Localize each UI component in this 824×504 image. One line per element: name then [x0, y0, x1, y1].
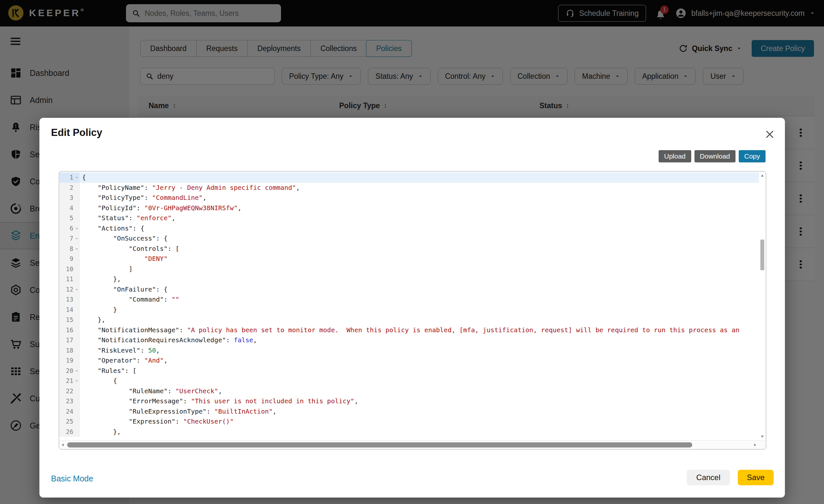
line-number: 13 — [60, 294, 80, 305]
code-line-10[interactable]: 10 ] — [60, 264, 759, 274]
line-number: 14 — [60, 305, 80, 315]
line-number: 8 — [60, 244, 80, 254]
code-lines[interactable]: 1{2 "PolicyName": "Jerry - Deny Admin sp… — [60, 172, 759, 440]
code-text: "Rules": [ — [80, 366, 137, 376]
code-line-13[interactable]: 13 "Command": "" — [60, 294, 759, 305]
code-text: "Controls": [ — [80, 244, 179, 254]
code-text: }, — [80, 315, 105, 325]
code-text: } — [80, 305, 117, 315]
vertical-scroll-thumb[interactable] — [760, 240, 764, 270]
code-text: "DENY" — [80, 254, 168, 264]
fold-icon[interactable] — [74, 368, 79, 373]
json-editor[interactable]: 1{2 "PolicyName": "Jerry - Deny Admin sp… — [59, 171, 766, 450]
scroll-up-icon[interactable] — [760, 173, 765, 178]
upload-button[interactable]: Upload — [658, 150, 691, 162]
code-text: { — [80, 172, 86, 183]
horizontal-scroll-thumb[interactable] — [67, 442, 692, 448]
fold-icon[interactable] — [74, 175, 79, 180]
code-line-23[interactable]: 23 "ErrorMessage": "This user is not inc… — [60, 396, 759, 406]
scroll-right-icon[interactable] — [753, 442, 758, 448]
code-line-4[interactable]: 4 "PolicyId": "0Vr-GHPagWEQNw38NIRSfw", — [60, 203, 759, 214]
edit-policy-modal: Edit Policy Upload Download Copy 1{2 "Po… — [39, 118, 785, 498]
code-text: "PolicyName": "Jerry - Deny Admin specif… — [80, 183, 300, 193]
code-line-3[interactable]: 3 "PolicyType": "CommandLine", — [60, 193, 759, 203]
code-line-25[interactable]: 25 "Expression": "CheckUser()" — [60, 416, 759, 427]
code-text: "NotificationMessage": "A policy has bee… — [80, 325, 739, 336]
code-line-26[interactable]: 26 }, — [60, 427, 759, 437]
code-line-18[interactable]: 18 "RiskLevel": 50, — [60, 346, 759, 356]
fold-icon[interactable] — [74, 246, 79, 251]
code-text: "Expression": "CheckUser()" — [80, 416, 234, 427]
line-number: 11 — [60, 274, 80, 284]
code-line-22[interactable]: 22 "RuleName": "UserCheck", — [60, 386, 759, 396]
code-text: }, — [80, 427, 121, 437]
code-text: }, — [80, 274, 121, 284]
line-number: 16 — [60, 325, 80, 336]
code-text: "NotificationRequiresAcknowledge": false… — [80, 335, 257, 346]
line-number: 25 — [60, 416, 80, 427]
line-number: 24 — [60, 406, 80, 417]
code-line-20[interactable]: 20 "Rules": [ — [60, 366, 759, 376]
horizontal-scrollbar[interactable] — [60, 440, 765, 449]
fold-icon[interactable] — [74, 287, 79, 292]
copy-button[interactable]: Copy — [739, 150, 765, 162]
code-text: ] — [80, 264, 133, 274]
basic-mode-link[interactable]: Basic Mode — [51, 474, 93, 483]
line-number: 26 — [60, 427, 80, 437]
code-line-9[interactable]: 9 "DENY" — [60, 254, 759, 264]
fold-icon[interactable] — [74, 378, 79, 383]
code-text: "Status": "enforce", — [80, 213, 175, 224]
line-number: 4 — [60, 203, 80, 214]
line-number: 2 — [60, 183, 80, 193]
code-line-6[interactable]: 6 "Actions": { — [60, 224, 759, 234]
code-text: "OnSuccess": { — [80, 233, 168, 244]
code-text: { — [80, 376, 117, 386]
screen: KEEPER® Schedule Training 1 bfalls+jim-q… — [0, 0, 824, 504]
code-line-1[interactable]: 1{ — [60, 172, 759, 183]
code-line-17[interactable]: 17 "NotificationRequiresAcknowledge": fa… — [60, 335, 759, 346]
line-number: 9 — [60, 254, 80, 264]
line-number: 5 — [60, 213, 80, 224]
line-number: 10 — [60, 264, 80, 274]
code-line-11[interactable]: 11 }, — [60, 274, 759, 284]
code-line-12[interactable]: 12 "OnFailure": { — [60, 284, 759, 295]
code-text: "RuleName": "UserCheck", — [80, 386, 222, 396]
scroll-left-icon[interactable] — [60, 442, 65, 448]
code-text: "RuleExpressionType": "BuiltInAction", — [80, 406, 277, 417]
vertical-scrollbar[interactable] — [759, 172, 765, 440]
code-text: "Actions": { — [80, 224, 144, 234]
code-line-14[interactable]: 14 } — [60, 305, 759, 315]
code-text: "ErrorMessage": "This user is not includ… — [80, 396, 358, 406]
code-line-15[interactable]: 15 }, — [60, 315, 759, 325]
code-line-8[interactable]: 8 "Controls": [ — [60, 244, 759, 254]
download-button[interactable]: Download — [695, 150, 735, 162]
code-text: "PolicyType": "CommandLine", — [80, 193, 206, 203]
fold-icon[interactable] — [74, 236, 79, 241]
code-line-5[interactable]: 5 "Status": "enforce", — [60, 213, 759, 224]
code-text: "Command": "" — [80, 294, 179, 305]
code-line-21[interactable]: 21 { — [60, 376, 759, 386]
save-button[interactable]: Save — [738, 470, 774, 485]
line-number: 18 — [60, 346, 80, 356]
close-icon[interactable] — [763, 128, 776, 140]
code-line-7[interactable]: 7 "OnSuccess": { — [60, 233, 759, 244]
code-line-24[interactable]: 24 "RuleExpressionType": "BuiltInAction"… — [60, 406, 759, 417]
fold-icon[interactable] — [74, 226, 79, 231]
code-line-19[interactable]: 19 "Operator": "And", — [60, 356, 759, 366]
line-number: 1 — [60, 172, 80, 183]
code-text: "RiskLevel": 50, — [80, 346, 160, 356]
line-number: 21 — [60, 376, 80, 386]
cancel-button[interactable]: Cancel — [687, 470, 730, 485]
code-text: "Operator": "And", — [80, 356, 168, 366]
line-number: 19 — [60, 356, 80, 366]
line-number: 22 — [60, 386, 80, 396]
code-line-2[interactable]: 2 "PolicyName": "Jerry - Deny Admin spec… — [60, 183, 759, 193]
line-number: 12 — [60, 284, 80, 295]
line-number: 3 — [60, 193, 80, 203]
code-line-16[interactable]: 16 "NotificationMessage": "A policy has … — [60, 325, 759, 336]
line-number: 6 — [60, 224, 80, 234]
scroll-down-icon[interactable] — [760, 434, 765, 439]
line-number: 23 — [60, 396, 80, 406]
line-number: 7 — [60, 233, 80, 244]
modal-title: Edit Policy — [51, 127, 102, 138]
